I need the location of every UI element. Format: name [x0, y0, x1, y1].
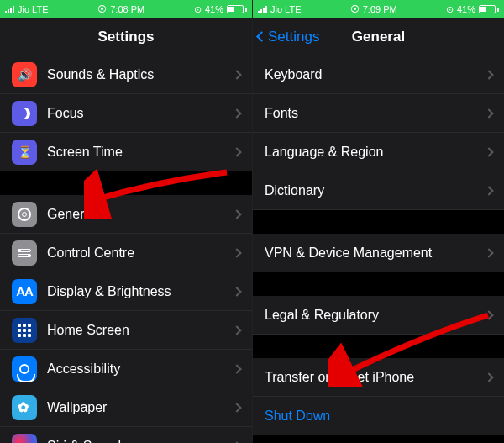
row-label: VPN & Device Management: [265, 245, 486, 261]
status-right: ⊙ 41%: [446, 4, 499, 15]
chevron-right-icon: [232, 70, 241, 79]
recording-icon: ⦿: [350, 4, 360, 14]
row-label: Keyboard: [265, 67, 486, 82]
chevron-right-icon: [484, 310, 493, 319]
row-label: Fonts: [265, 106, 486, 121]
gear-icon: [12, 202, 37, 227]
row-legal-regulatory[interactable]: Legal & Regulatory: [253, 296, 504, 335]
section-gap: [253, 210, 504, 234]
general-list: Keyboard Fonts Language & Region Diction…: [253, 55, 504, 435]
row-language-region[interactable]: Language & Region: [253, 133, 504, 171]
row-transfer-reset[interactable]: Transfer or Reset iPhone: [253, 358, 504, 397]
page-title: General: [352, 29, 405, 45]
page-title: Settings: [97, 29, 154, 45]
row-label: Control Centre: [47, 245, 234, 261]
battery-label: 41%: [457, 4, 475, 14]
section-gap: [253, 335, 504, 358]
row-vpn-device-management[interactable]: VPN & Device Management: [253, 234, 504, 272]
chevron-right-icon: [484, 248, 493, 257]
row-control-centre[interactable]: Control Centre: [0, 234, 252, 272]
hourglass-icon: [12, 140, 37, 165]
row-shut-down[interactable]: Shut Down: [253, 397, 504, 435]
row-sounds-haptics[interactable]: Sounds & Haptics: [0, 55, 252, 94]
clock-label: 7:08 PM: [110, 4, 144, 14]
section-gap: [253, 272, 504, 296]
row-label: Wallpaper: [47, 400, 234, 415]
signal-icon: [258, 6, 267, 13]
chevron-right-icon: [232, 287, 241, 296]
row-label: Display & Brightness: [47, 284, 234, 299]
row-label: Accessibility: [47, 361, 234, 377]
row-label: General: [47, 207, 234, 222]
chevron-right-icon: [232, 403, 241, 412]
row-label: Language & Region: [265, 145, 486, 160]
chevron-right-icon: [232, 209, 241, 219]
battery-icon: [227, 5, 247, 13]
row-label: Screen Time: [47, 145, 234, 160]
row-display-brightness[interactable]: AA Display & Brightness: [0, 272, 252, 311]
chevron-right-icon: [232, 248, 241, 257]
chevron-right-icon: [232, 325, 241, 335]
alarm-icon: ⊙: [446, 4, 454, 15]
speaker-icon: [12, 62, 37, 87]
status-left: Jio LTE: [5, 4, 48, 14]
siri-icon: [12, 434, 37, 443]
chevron-right-icon: [484, 108, 493, 118]
chevron-right-icon: [232, 147, 241, 156]
chevron-right-icon: [484, 372, 493, 382]
row-keyboard[interactable]: Keyboard: [253, 55, 504, 94]
nav-bar: Settings: [0, 18, 252, 55]
recording-icon: ⦿: [97, 4, 107, 14]
alarm-icon: ⊙: [194, 4, 202, 15]
nav-bar: Settings General: [253, 18, 504, 55]
row-focus[interactable]: Focus: [0, 94, 252, 133]
aa-icon: AA: [12, 279, 37, 304]
chevron-right-icon: [232, 108, 241, 118]
phone-right: Jio LTE ⦿ 7:09 PM ⊙ 41% Settings General…: [252, 0, 504, 443]
row-label: Dictionary: [265, 183, 486, 198]
battery-icon: [479, 5, 499, 13]
row-label: Siri & Search: [47, 439, 234, 443]
accessibility-icon: [12, 356, 37, 382]
back-label: Settings: [268, 29, 319, 45]
row-label: Sounds & Haptics: [47, 67, 234, 82]
chevron-right-icon: [484, 70, 493, 79]
back-button[interactable]: Settings: [258, 18, 319, 55]
battery-label: 41%: [205, 4, 223, 14]
row-label: Focus: [47, 106, 234, 121]
flower-icon: [12, 395, 37, 420]
status-center: ⦿ 7:08 PM: [97, 4, 144, 14]
chevron-right-icon: [484, 186, 493, 195]
section-gap: [0, 171, 252, 195]
status-center: ⦿ 7:09 PM: [350, 4, 397, 14]
row-label: Shut Down: [265, 409, 492, 424]
status-bar: Jio LTE ⦿ 7:08 PM ⊙ 41%: [0, 0, 252, 18]
row-home-screen[interactable]: Home Screen: [0, 311, 252, 350]
signal-icon: [5, 6, 14, 13]
chevron-left-icon: [256, 31, 267, 42]
moon-icon: [12, 101, 37, 126]
carrier-label: Jio LTE: [270, 4, 301, 14]
row-general[interactable]: General: [0, 195, 252, 234]
toggles-icon: [12, 240, 37, 266]
settings-list: Sounds & Haptics Focus Screen Time Gener…: [0, 55, 252, 443]
clock-label: 7:09 PM: [363, 4, 397, 14]
phone-left: Jio LTE ⦿ 7:08 PM ⊙ 41% Settings Sounds …: [0, 0, 252, 443]
row-label: Legal & Regulatory: [265, 308, 486, 323]
grid-icon: [12, 318, 37, 343]
status-right: ⊙ 41%: [194, 4, 247, 15]
chevron-right-icon: [484, 147, 493, 156]
row-screen-time[interactable]: Screen Time: [0, 133, 252, 171]
row-dictionary[interactable]: Dictionary: [253, 171, 504, 210]
row-fonts[interactable]: Fonts: [253, 94, 504, 133]
row-accessibility[interactable]: Accessibility: [0, 350, 252, 388]
status-bar: Jio LTE ⦿ 7:09 PM ⊙ 41%: [253, 0, 504, 18]
row-wallpaper[interactable]: Wallpaper: [0, 388, 252, 427]
row-label: Home Screen: [47, 323, 234, 338]
chevron-right-icon: [232, 364, 241, 373]
row-label: Transfer or Reset iPhone: [265, 370, 486, 385]
row-siri-search[interactable]: Siri & Search: [0, 427, 252, 443]
carrier-label: Jio LTE: [18, 4, 48, 14]
status-left: Jio LTE: [258, 4, 301, 14]
